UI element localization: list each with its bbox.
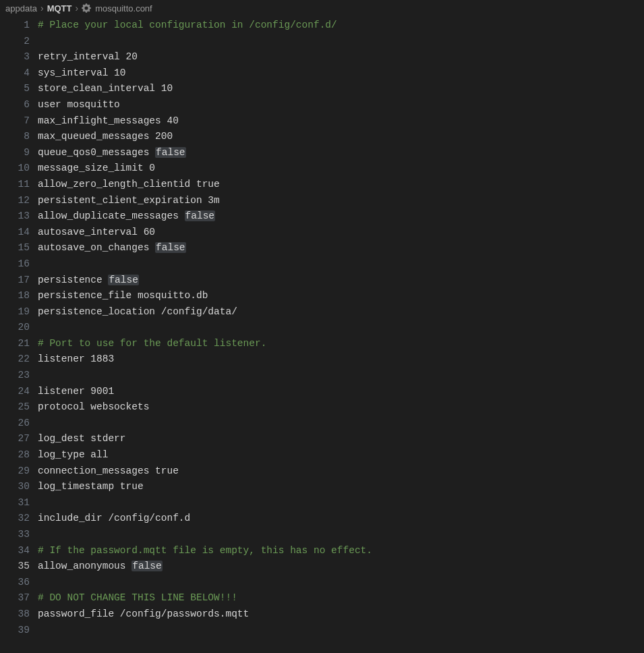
code-line[interactable] bbox=[38, 320, 644, 336]
line-number: 33 bbox=[0, 527, 30, 543]
code-line[interactable]: persistence_file mosquitto.db bbox=[38, 288, 644, 304]
line-number: 7 bbox=[0, 113, 30, 130]
code-line[interactable]: include_dir /config/conf.d bbox=[38, 511, 644, 527]
code-line[interactable]: store_clean_interval 10 bbox=[38, 81, 644, 97]
breadcrumb-file[interactable]: mosquitto.conf bbox=[95, 3, 152, 13]
code-line[interactable]: allow_anonymous false bbox=[38, 559, 644, 575]
line-number: 13 bbox=[0, 208, 30, 225]
code-line[interactable]: user mosquitto bbox=[38, 97, 644, 113]
line-number: 11 bbox=[0, 177, 30, 193]
code-line[interactable]: persistence_location /config/data/ bbox=[38, 304, 644, 320]
code-line[interactable]: retry_interval 20 bbox=[38, 49, 644, 65]
line-number: 17 bbox=[0, 273, 30, 289]
code-line[interactable]: sys_interval 10 bbox=[38, 65, 644, 82]
code-line[interactable]: # If the password.mqtt file is empty, th… bbox=[38, 543, 644, 559]
chevron-right-icon: › bbox=[76, 3, 79, 13]
breadcrumb-item[interactable]: MQTT bbox=[47, 3, 72, 13]
line-number: 12 bbox=[0, 193, 30, 209]
line-number: 5 bbox=[0, 81, 30, 97]
code-line[interactable]: password_file /config/passwords.mqtt bbox=[38, 606, 644, 623]
line-number: 19 bbox=[0, 304, 30, 320]
line-number: 30 bbox=[0, 479, 30, 495]
code-line[interactable]: persistence false bbox=[38, 273, 644, 289]
code-line[interactable]: persistent_client_expiration 3m bbox=[38, 193, 644, 209]
line-number: 24 bbox=[0, 384, 30, 400]
code-line[interactable]: log_dest stderr bbox=[38, 431, 644, 447]
line-number: 20 bbox=[0, 320, 30, 336]
line-number: 29 bbox=[0, 463, 30, 480]
code-line[interactable]: # Place your local configuration in /con… bbox=[38, 18, 644, 34]
breadcrumb[interactable]: appdata › MQTT › mosquitto.conf bbox=[0, 0, 644, 16]
code-line[interactable]: allow_duplicate_messages false bbox=[38, 208, 644, 225]
line-number: 26 bbox=[0, 416, 30, 432]
line-number: 31 bbox=[0, 495, 30, 511]
line-number: 1 bbox=[0, 18, 30, 34]
line-number: 25 bbox=[0, 399, 30, 416]
line-number: 8 bbox=[0, 129, 30, 145]
line-number-gutter: 1234567891011121314151617181920212223242… bbox=[0, 18, 38, 638]
code-line[interactable]: autosave_interval 60 bbox=[38, 225, 644, 241]
code-line[interactable]: connection_messages true bbox=[38, 463, 644, 480]
code-line[interactable] bbox=[38, 495, 644, 511]
gear-icon bbox=[82, 3, 91, 13]
code-line[interactable]: log_type all bbox=[38, 447, 644, 463]
code-line[interactable] bbox=[38, 416, 644, 432]
line-number: 38 bbox=[0, 606, 30, 623]
breadcrumb-item[interactable]: appdata bbox=[5, 3, 37, 13]
line-number: 32 bbox=[0, 511, 30, 527]
code-line[interactable]: queue_qos0_messages false bbox=[38, 145, 644, 161]
code-line[interactable]: listener 9001 bbox=[38, 384, 644, 400]
line-number: 22 bbox=[0, 351, 30, 368]
line-number: 28 bbox=[0, 447, 30, 463]
line-number: 3 bbox=[0, 49, 30, 65]
chevron-right-icon: › bbox=[40, 3, 44, 13]
code-line[interactable] bbox=[38, 527, 644, 543]
code-content[interactable]: # Place your local configuration in /con… bbox=[38, 18, 644, 638]
line-number: 18 bbox=[0, 288, 30, 304]
code-line[interactable] bbox=[38, 368, 644, 384]
code-line[interactable]: listener 1883 bbox=[38, 351, 644, 368]
code-line[interactable]: protocol websockets bbox=[38, 399, 644, 416]
code-line[interactable]: max_queued_messages 200 bbox=[38, 129, 644, 145]
code-line[interactable]: # DO NOT CHANGE THIS LINE BELOW!!! bbox=[38, 590, 644, 606]
line-number: 27 bbox=[0, 431, 30, 447]
line-number: 10 bbox=[0, 161, 30, 177]
line-number: 4 bbox=[0, 65, 30, 82]
code-line[interactable]: autosave_on_changes false bbox=[38, 240, 644, 256]
code-line[interactable] bbox=[38, 256, 644, 273]
line-number: 39 bbox=[0, 623, 30, 639]
line-number: 6 bbox=[0, 97, 30, 113]
line-number: 35 bbox=[0, 559, 30, 575]
code-line[interactable]: log_timestamp true bbox=[38, 479, 644, 495]
code-editor[interactable]: 1234567891011121314151617181920212223242… bbox=[0, 16, 644, 638]
line-number: 23 bbox=[0, 368, 30, 384]
code-line[interactable]: max_inflight_messages 40 bbox=[38, 113, 644, 130]
code-line[interactable] bbox=[38, 623, 644, 639]
code-line[interactable]: message_size_limit 0 bbox=[38, 161, 644, 177]
line-number: 34 bbox=[0, 543, 30, 559]
code-line[interactable] bbox=[38, 34, 644, 50]
code-line[interactable]: allow_zero_length_clientid true bbox=[38, 177, 644, 193]
line-number: 15 bbox=[0, 240, 30, 256]
line-number: 9 bbox=[0, 145, 30, 161]
line-number: 16 bbox=[0, 256, 30, 273]
line-number: 21 bbox=[0, 336, 30, 352]
code-line[interactable] bbox=[38, 575, 644, 591]
line-number: 14 bbox=[0, 225, 30, 241]
code-line[interactable]: # Port to use for the default listener. bbox=[38, 336, 644, 352]
line-number: 37 bbox=[0, 590, 30, 606]
line-number: 2 bbox=[0, 34, 30, 50]
line-number: 36 bbox=[0, 575, 30, 591]
